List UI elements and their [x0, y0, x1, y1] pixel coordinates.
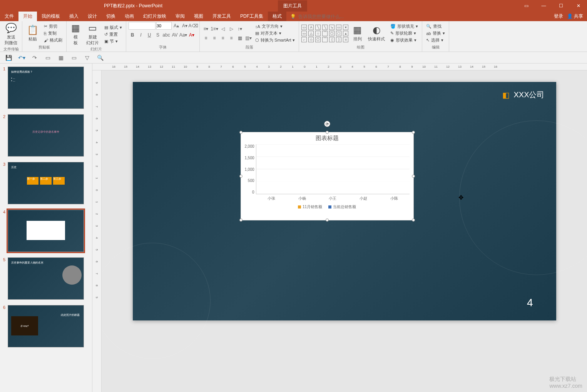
qat-btn-5[interactable]: ▦	[57, 54, 65, 62]
line-spacing-icon[interactable]: ↕▾	[236, 25, 244, 33]
bullets-icon[interactable]: ≡▾	[202, 25, 210, 33]
select-button[interactable]: ↖选择 ▾	[425, 37, 446, 43]
columns-icon[interactable]: ▥▾	[244, 34, 252, 42]
shadow-icon[interactable]: abc	[162, 31, 170, 39]
justify-icon[interactable]: ≡	[227, 34, 235, 42]
company-label: ◧ XXX公司	[502, 90, 544, 100]
shapes-gallery[interactable]: ▭A╲╲↘▭▾ ▭△○⌒⬠⬡▴ ⌐◇⬠⌒{}≡	[301, 25, 349, 42]
tab-pdf[interactable]: PDF工具集	[236, 12, 268, 21]
slide-thumb-5[interactable]: 历史事件的重要人物的名言	[8, 257, 84, 300]
tell-me-input[interactable]	[298, 14, 375, 19]
strike-icon[interactable]: S	[154, 31, 162, 39]
rotate-handle[interactable]: ⟳	[324, 121, 330, 127]
slide-thumb-3[interactable]: 历史第一步第二步第三步	[8, 162, 84, 204]
resize-handle-ne[interactable]	[412, 131, 415, 134]
ribbon-options-icon[interactable]: ▭	[518, 0, 535, 12]
maximize-button[interactable]: ☐	[552, 0, 570, 12]
slide-canvas[interactable]: ◧ XXX公司 4 ⟳ 图表标	[133, 82, 556, 320]
qat-btn-8[interactable]: 🔍	[96, 54, 104, 62]
tab-format[interactable]: 格式	[268, 12, 286, 21]
undo-icon[interactable]: ↶▾	[18, 54, 25, 62]
font-name-select[interactable]	[129, 22, 156, 30]
shape-outline-button[interactable]: ✎形状轮廓 ▾	[389, 30, 420, 37]
decrease-font-icon[interactable]: A▾	[181, 22, 189, 30]
qat-btn-7[interactable]: ▽	[83, 54, 91, 62]
new-slide-button[interactable]: ▭ 新建 幻灯片	[84, 22, 101, 47]
smartart-button[interactable]: ⬡转换为 SmartArt ▾	[254, 37, 296, 43]
slide-thumb-2[interactable]: 历史记录中的著名事件	[8, 114, 84, 157]
resize-handle-w[interactable]	[239, 175, 242, 178]
find-button[interactable]: 🔍查找	[425, 23, 446, 30]
resize-handle-s[interactable]	[326, 219, 329, 222]
tab-animations[interactable]: 动画	[120, 12, 139, 21]
align-center-icon[interactable]: ≡	[211, 34, 218, 42]
clear-format-icon[interactable]: A⌫	[189, 22, 197, 30]
replace-button[interactable]: ab替换 ▾	[425, 30, 446, 37]
slide-thumb-4[interactable]	[8, 210, 84, 252]
section-button[interactable]: ▣节 ▾	[103, 38, 124, 45]
redo-icon[interactable]: ↷	[31, 54, 38, 62]
font-color-icon[interactable]: A▾	[188, 31, 196, 39]
close-button[interactable]: ✕	[570, 0, 587, 12]
align-right-icon[interactable]: ≡	[219, 34, 227, 42]
tab-developer[interactable]: 开发工具	[208, 12, 236, 21]
cut-button[interactable]: ✂剪切	[42, 23, 64, 30]
document-title: PPT教程2.pptx - PowerPoint	[104, 3, 162, 9]
tab-design[interactable]: 设计	[83, 12, 102, 21]
tab-my-templates[interactable]: 我的模板	[37, 12, 65, 21]
tab-review[interactable]: 审阅	[171, 12, 189, 21]
tab-file[interactable]: 文件	[0, 12, 18, 21]
copy-button[interactable]: ⎘复制	[42, 30, 64, 37]
resize-handle-se[interactable]	[412, 219, 415, 222]
shape-fill-button[interactable]: 🪣形状填充 ▾	[389, 23, 420, 30]
underline-icon[interactable]: U	[145, 31, 153, 39]
format-painter-button[interactable]: 🖌格式刷	[42, 37, 64, 43]
align-left-icon[interactable]: ≡	[202, 34, 210, 42]
bold-icon[interactable]: B	[129, 31, 136, 39]
search-icon: 🔍	[426, 24, 431, 29]
slide-thumb-1[interactable]: 如何使用此模板？• ...• ...	[8, 67, 84, 109]
font-size-select[interactable]	[156, 22, 172, 30]
layout-button[interactable]: ▤版式 ▾	[103, 24, 124, 31]
align-text-button[interactable]: ▤对齐文本 ▾	[254, 30, 296, 37]
resize-handle-nw[interactable]	[239, 131, 242, 134]
canvas-viewport[interactable]: ◧ XXX公司 4 ⟳ 图表标	[102, 70, 587, 392]
slide-panel[interactable]: 1如何使用此模板？• ...• ... 2历史记录中的著名事件 3历史第一步第二…	[0, 63, 92, 392]
quick-styles-button[interactable]: ◐ 快速样式	[366, 24, 387, 43]
slide-num-1: 1	[2, 67, 5, 109]
tab-view[interactable]: 视图	[189, 12, 208, 21]
qat-btn-4[interactable]: ▭	[44, 54, 52, 62]
tab-slideshow[interactable]: 幻灯片放映	[139, 12, 171, 21]
tell-me-search[interactable]: 💡	[290, 14, 375, 19]
resize-handle-sw[interactable]	[239, 219, 242, 222]
distribute-icon[interactable]: ▦	[236, 34, 244, 42]
increase-font-icon[interactable]: A▴	[172, 22, 180, 30]
slide-thumb-6[interactable]: E=mc²此处照片的标题	[8, 305, 84, 347]
arrange-button[interactable]: ▦ 排列	[351, 24, 364, 43]
template-button[interactable]: ▦ 模 板	[69, 22, 82, 47]
qat-btn-6[interactable]: ▭	[70, 54, 78, 62]
resize-handle-e[interactable]	[412, 175, 415, 178]
change-case-icon[interactable]: Aa▾	[179, 31, 187, 39]
tab-insert[interactable]: 插入	[65, 12, 83, 21]
tab-transitions[interactable]: 切换	[102, 12, 120, 21]
decrease-indent-icon[interactable]: ◁	[219, 25, 227, 33]
paste-button[interactable]: 📋 粘贴	[25, 24, 41, 43]
login-link[interactable]: 登录	[554, 13, 563, 20]
slide-num-4: 4	[2, 210, 5, 252]
reset-button[interactable]: ↺重置	[103, 31, 124, 38]
minimize-button[interactable]: —	[535, 0, 552, 12]
numbering-icon[interactable]: 1≡▾	[211, 25, 218, 33]
tab-home[interactable]: 开始	[18, 12, 37, 21]
save-icon[interactable]: 💾	[5, 54, 12, 62]
group-label-editing: 编辑	[425, 45, 446, 51]
char-spacing-icon[interactable]: AV	[171, 31, 179, 39]
chart-object[interactable]: ⟳ 图表标题 2,0001,5001,0005000	[241, 132, 414, 220]
share-button[interactable]: 👤 共享	[567, 13, 583, 20]
resize-handle-n[interactable]	[326, 131, 329, 134]
increase-indent-icon[interactable]: ▷	[227, 25, 235, 33]
send-to-wechat-button[interactable]: 💬 发送 到微信	[2, 22, 20, 47]
italic-icon[interactable]: I	[137, 31, 145, 39]
shape-effects-button[interactable]: ◉形状效果 ▾	[389, 37, 420, 43]
text-direction-button[interactable]: ↕A文字方向 ▾	[254, 23, 296, 30]
